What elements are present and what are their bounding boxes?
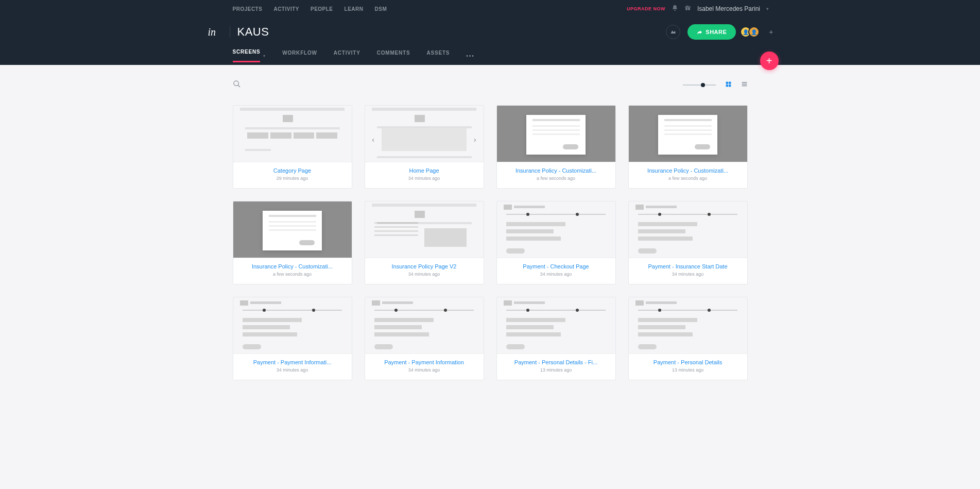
tab-comments[interactable]: COMMENTS	[377, 50, 410, 62]
screen-info: Payment - Payment Informati...34 minutes…	[233, 354, 352, 380]
screen-card[interactable]: Payment - Personal Details - Fi...13 min…	[496, 297, 616, 380]
screen-card[interactable]: Insurance Policy - Customizati...a few s…	[628, 105, 748, 189]
search-icon[interactable]	[233, 80, 241, 90]
nav-activity[interactable]: ACTIVITY	[273, 6, 299, 12]
screen-title: Payment - Payment Informati...	[237, 359, 348, 365]
screen-thumbnail	[233, 201, 352, 258]
screen-time: 13 minutes ago	[501, 367, 611, 373]
screen-time: 34 minutes ago	[633, 272, 743, 277]
list-view-icon[interactable]	[741, 81, 748, 89]
invision-logo[interactable]: in	[207, 26, 222, 38]
screen-info: Insurance Policy - Customizati...a few s…	[629, 162, 747, 188]
svg-rect-2	[726, 82, 728, 84]
screen-card[interactable]: Insurance Policy - Customizati...a few s…	[233, 201, 352, 284]
nav-projects[interactable]: PROJECTS	[233, 6, 263, 12]
bell-icon[interactable]	[672, 5, 678, 13]
screen-info: Insurance Policy - Customizati...a few s…	[497, 162, 615, 188]
screen-thumbnail: ‹›	[365, 106, 484, 162]
screen-info: Insurance Policy - Customizati...a few s…	[233, 258, 352, 284]
screen-card[interactable]: Insurance Policy Page V234 minutes ago	[365, 201, 484, 284]
add-collaborator-button[interactable]: +	[769, 28, 773, 36]
screen-title: Payment - Personal Details - Fi...	[501, 359, 611, 365]
screen-thumbnail	[365, 297, 484, 354]
share-label: SHARE	[706, 29, 727, 35]
screen-time: 34 minutes ago	[369, 272, 479, 277]
tab-activity[interactable]: ACTIVITY	[334, 50, 360, 62]
screen-title: Insurance Policy - Customizati...	[633, 167, 743, 174]
screen-info: Payment - Personal Details13 minutes ago	[629, 354, 747, 380]
upgrade-link[interactable]: UPGRADE NOW	[627, 6, 665, 11]
svg-rect-5	[729, 85, 731, 87]
screen-card[interactable]: Payment - Personal Details13 minutes ago	[628, 297, 748, 380]
svg-line-1	[238, 85, 240, 87]
screen-info: Payment - Personal Details - Fi...13 min…	[497, 354, 615, 380]
screen-time: a few seconds ago	[237, 272, 348, 277]
grid-view-icon[interactable]	[725, 81, 732, 89]
screen-info: Category Page29 minutes ago	[233, 162, 352, 188]
screen-info: Payment - Payment Information34 minutes …	[365, 354, 484, 380]
screen-thumbnail	[233, 106, 352, 162]
screen-title: Category Page	[237, 167, 348, 174]
screen-time: 34 minutes ago	[237, 367, 348, 373]
screen-title: Insurance Policy - Customizati...	[237, 263, 348, 269]
svg-rect-7	[742, 83, 747, 85]
screen-info: Home Page34 minutes ago	[365, 162, 484, 188]
screen-title: Insurance Policy - Customizati...	[501, 167, 611, 174]
screen-title: Payment - Personal Details	[633, 359, 743, 365]
nav-people[interactable]: PEOPLE	[311, 6, 333, 12]
screen-title: Home Page	[369, 167, 479, 174]
screen-info: Payment - Insurance Start Date34 minutes…	[629, 258, 747, 284]
screen-thumbnail	[497, 201, 615, 258]
svg-point-0	[234, 81, 238, 86]
tab-workflow[interactable]: WORKFLOW	[282, 50, 317, 62]
tab-more[interactable]: •••	[466, 53, 475, 59]
screen-time: 34 minutes ago	[501, 272, 611, 277]
screen-title: Payment - Insurance Start Date	[633, 263, 743, 269]
project-title: KAUS	[237, 25, 269, 39]
screen-title: Insurance Policy Page V2	[369, 263, 479, 269]
screen-card[interactable]: ‹›Home Page34 minutes ago	[365, 105, 484, 189]
freehand-button[interactable]	[666, 25, 680, 39]
share-button[interactable]: SHARE	[687, 24, 736, 40]
screen-thumbnail	[365, 201, 484, 258]
screen-card[interactable]: Category Page29 minutes ago	[233, 105, 352, 189]
screen-card[interactable]: Payment - Checkout Page34 minutes ago	[496, 201, 616, 284]
svg-rect-6	[742, 82, 747, 83]
screens-grid: Category Page29 minutes ago‹›Home Page34…	[233, 105, 748, 380]
top-nav: PROJECTS ACTIVITY PEOPLE LEARN DSM	[207, 6, 387, 12]
screen-title: Payment - Checkout Page	[501, 263, 611, 269]
screen-info: Insurance Policy Page V234 minutes ago	[365, 258, 484, 284]
screen-time: a few seconds ago	[501, 176, 611, 181]
nav-dsm[interactable]: DSM	[375, 6, 387, 12]
collaborator-avatars[interactable]: 👤 👤	[743, 26, 760, 38]
screen-thumbnail	[233, 297, 352, 354]
screen-card[interactable]: Payment - Payment Informati...34 minutes…	[233, 297, 352, 380]
screen-time: 29 minutes ago	[237, 176, 348, 181]
tab-screens[interactable]: SCREENS	[233, 49, 261, 62]
screen-info: Payment - Checkout Page34 minutes ago	[497, 258, 615, 284]
screen-card[interactable]: Insurance Policy - Customizati...a few s…	[496, 105, 616, 189]
screen-time: 34 minutes ago	[369, 176, 479, 181]
screen-time: 34 minutes ago	[369, 367, 479, 373]
zoom-slider[interactable]	[683, 85, 716, 86]
tab-assets[interactable]: ASSETS	[426, 50, 450, 62]
nav-learn[interactable]: LEARN	[345, 6, 364, 12]
avatar[interactable]: 👤	[748, 26, 760, 38]
gift-icon[interactable]	[684, 5, 691, 13]
chevron-down-icon[interactable]: ▾	[766, 6, 769, 11]
screen-card[interactable]: Payment - Payment Information34 minutes …	[365, 297, 484, 380]
screen-card[interactable]: Payment - Insurance Start Date34 minutes…	[628, 201, 748, 284]
screen-time: 13 minutes ago	[633, 367, 743, 373]
svg-rect-8	[742, 86, 747, 87]
screen-thumbnail	[629, 106, 747, 162]
project-tabs: SCREENS ▾ WORKFLOW ACTIVITY COMMENTS ASS…	[207, 46, 773, 65]
divider	[230, 26, 230, 38]
username[interactable]: Isabel Mercedes Parini	[697, 5, 760, 12]
screen-title: Payment - Payment Information	[369, 359, 479, 365]
add-screen-fab[interactable]: +	[760, 52, 779, 70]
chevron-down-icon[interactable]: ▾	[263, 54, 266, 58]
screen-thumbnail	[497, 297, 615, 354]
screen-time: a few seconds ago	[633, 176, 743, 181]
screen-thumbnail	[629, 297, 747, 354]
share-icon	[697, 29, 702, 35]
